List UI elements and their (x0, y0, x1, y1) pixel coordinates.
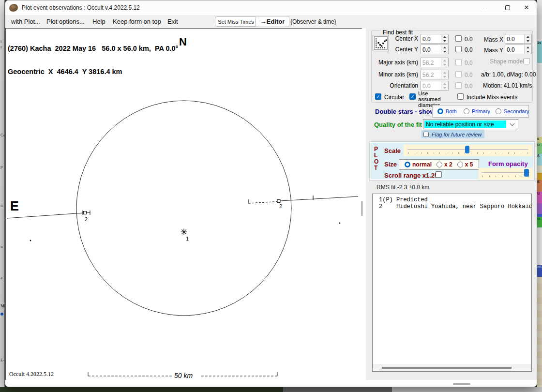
orientation-label: Orientation (390, 82, 418, 89)
minimize-button[interactable]: – (474, 0, 497, 15)
menu-keep-on-top[interactable]: Keep form on top (113, 18, 161, 25)
menu-exit[interactable]: Exit (167, 18, 178, 25)
radio-icon (464, 108, 469, 114)
spinner-up-icon[interactable] (441, 45, 448, 49)
center-x-label: Center X (395, 35, 418, 42)
spinner-down-icon[interactable] (525, 39, 531, 43)
size-label: Size (384, 161, 397, 168)
center-x-side-value: 0.0 (465, 36, 473, 43)
scroll-range-checkbox[interactable] (436, 171, 442, 178)
quality-of-fit-combobox[interactable]: No reliable position or size (423, 119, 518, 129)
spinner-up-icon[interactable] (525, 45, 531, 49)
plot-vertical-scrollbar-thumb[interactable] (361, 201, 362, 216)
scroll-range-label: Scroll range x1.25 (384, 172, 438, 179)
double-stars-option-both[interactable]: Both (437, 108, 457, 114)
circular-label: Circular (384, 94, 404, 101)
circular-checkbox[interactable]: ✓ (375, 93, 381, 100)
radio-icon (496, 108, 501, 114)
light-curve-icon (374, 36, 388, 50)
rms-fit-label: RMS fit -2.3 ±0.0 km (376, 184, 429, 191)
window-bottom-strip (5, 380, 537, 387)
chord2-west-label: 2 (85, 216, 88, 222)
size-option-x5[interactable]: x 5 (457, 161, 473, 168)
flag-review-row: Flag for future review (422, 130, 484, 138)
plot-canvas[interactable]: (2760) Kacha 2022 May 16 56.0 x 56.0 km,… (5, 28, 362, 380)
control-panel: Find best fit Center X 0.0 0.0 Mass X 0.… (366, 28, 537, 380)
spinner-down-icon[interactable] (441, 49, 448, 54)
orientation-spinner[interactable]: 0.0 (421, 81, 449, 90)
double-stars-option-secondary[interactable]: Secondary (496, 108, 529, 114)
occultation-plot: 2 2 1 (6, 29, 362, 380)
center-x-spinner[interactable]: 0.0 (421, 34, 449, 44)
site-dot-east (339, 223, 341, 224)
center-y-checkbox[interactable] (455, 46, 462, 52)
mass-x-label: Mass X (484, 36, 503, 43)
maximize-icon (505, 5, 510, 10)
chord2-west-line (7, 212, 90, 218)
spinner-up-icon[interactable] (525, 34, 531, 39)
flag-review-label: Flag for future review (432, 132, 482, 137)
asteroid-limb-circle (76, 101, 291, 316)
chevron-down-icon (510, 121, 515, 126)
size-option-x2[interactable]: x 2 (437, 161, 452, 168)
site-dot-west (30, 240, 31, 241)
shape-model-checkbox[interactable] (524, 58, 530, 64)
window-title: Plot event observations : Occult v.4.202… (22, 4, 140, 11)
check-icon: ✓ (410, 94, 414, 99)
menu-help[interactable]: Help (92, 18, 105, 25)
chord2-west-marker (84, 211, 87, 214)
major-axis-spinner[interactable]: 56.2 (421, 58, 449, 67)
minor-axis-checkbox[interactable] (455, 71, 462, 77)
minor-axis-label: Minor axis (km) (378, 71, 418, 78)
scale-label: Scale (384, 147, 401, 154)
use-assumed-diameter-checkbox[interactable]: ✓ (409, 93, 416, 100)
motion-label: Motion: 41.01 km/s (483, 82, 532, 89)
set-miss-times-button[interactable]: Set Miss Times (215, 16, 257, 27)
center-x-checkbox[interactable] (455, 35, 462, 42)
menu-with-plot[interactable]: with Plot... (11, 18, 40, 25)
size-option-normal[interactable]: normal (405, 161, 432, 168)
observation-row[interactable]: 1(P) Predicted (379, 196, 531, 203)
size-radio-group: normal x 2 x 5 (399, 159, 479, 170)
minor-axis-spinner[interactable]: 56.2 (421, 70, 449, 79)
center-y-spinner[interactable]: 0.0 (421, 45, 449, 54)
spinner-up-icon[interactable] (441, 34, 448, 39)
background-window-bottom-dark (283, 387, 392, 392)
major-axis-label: Major axis (km) (378, 59, 418, 66)
observations-hscrollbar-thumb[interactable] (382, 367, 512, 369)
best-fit-button[interactable] (373, 35, 389, 51)
background-window-bottom-light (392, 387, 542, 392)
double-stars-option-primary[interactable]: Primary (464, 108, 490, 114)
include-miss-events-checkbox[interactable] (457, 93, 464, 100)
plot-options-panel: P L O T Scale Size normal x 2 x 5 Form o… (370, 142, 534, 180)
observations-listbox[interactable]: 1(P) Predicted 2 Hidetoshi Yoahida, near… (372, 194, 532, 372)
major-axis-checkbox[interactable] (455, 59, 462, 65)
radio-icon (457, 162, 463, 167)
bottom-scrollbar-thumb[interactable] (453, 383, 470, 385)
occult-plot-window: Plot event observations : Occult v.4.202… (5, 0, 537, 387)
scale-slider[interactable] (404, 145, 532, 156)
chord2-east-marker (277, 200, 280, 203)
quality-selected-value: No reliable position or size (424, 121, 506, 128)
close-button[interactable]: ✕ (515, 0, 537, 15)
orientation-side-value: 0.0 (465, 83, 473, 90)
center-y-label: Center Y (395, 46, 418, 53)
scale-bar-label: 50 km (174, 372, 193, 379)
spinner-down-icon[interactable] (441, 39, 448, 43)
mass-x-spinner[interactable]: 0.0 (505, 34, 532, 44)
include-miss-events-label: Include Miss events (467, 94, 517, 101)
observations-hscrollbar[interactable] (373, 364, 531, 371)
spinner-down-icon[interactable] (525, 49, 531, 54)
shape-model-label: Shape model (490, 58, 524, 65)
background-window-right-sliver: 1s c O A E U er oC (537, 0, 542, 387)
menu-plot-options[interactable]: Plot options... (46, 18, 85, 25)
form-opacity-slider[interactable] (479, 168, 533, 180)
titlebar: Plot event observations : Occult v.4.202… (5, 0, 537, 15)
observation-row[interactable]: 2 Hidetoshi Yoahida, near Sapporo Hokkai… (379, 203, 531, 210)
editor-button[interactable]: →Editor (256, 16, 289, 27)
minor-axis-side-value: 0.0 (465, 72, 473, 78)
flag-review-checkbox[interactable] (423, 132, 429, 137)
menubar: with Plot... Plot options... Help Keep f… (5, 15, 537, 28)
orientation-checkbox[interactable] (455, 82, 462, 89)
mass-y-spinner[interactable]: 0.0 (505, 45, 532, 54)
